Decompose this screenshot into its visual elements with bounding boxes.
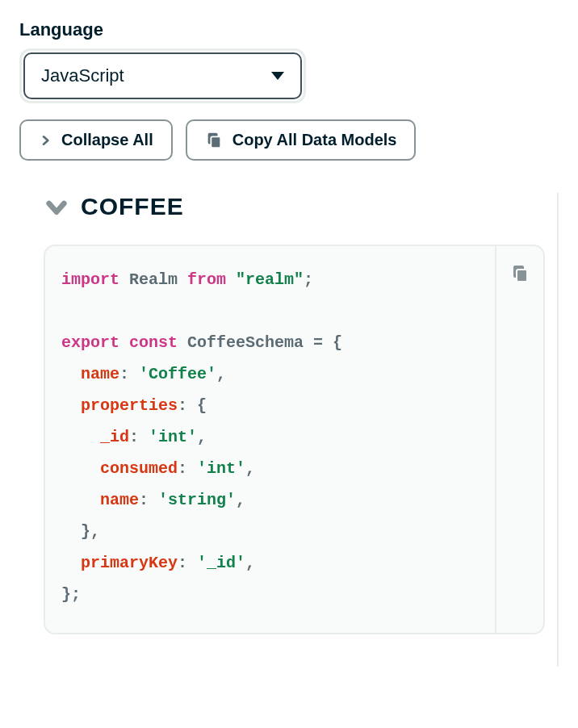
- code-sidebar: [495, 246, 543, 633]
- copy-code-icon[interactable]: [510, 264, 530, 283]
- copy-all-label: Copy All Data Models: [232, 131, 397, 149]
- code-block[interactable]: import Realm from "realm"; export const …: [45, 246, 495, 633]
- collapse-all-label: Collapse All: [61, 131, 153, 149]
- section-title: COFFEE: [81, 193, 184, 220]
- toolbar: Collapse All Copy All Data Models: [19, 119, 559, 161]
- code-panel: import Realm from "realm"; export const …: [44, 245, 545, 634]
- svg-rect-3: [517, 270, 527, 282]
- language-label: Language: [19, 19, 559, 40]
- language-select-value: JavaScript: [41, 65, 124, 86]
- copy-all-button[interactable]: Copy All Data Models: [186, 119, 417, 161]
- copy-icon: [205, 132, 223, 149]
- data-model-section: COFFEE import Realm from "realm"; export…: [44, 193, 559, 667]
- chevron-right-icon: [39, 134, 52, 147]
- collapse-all-button[interactable]: Collapse All: [19, 119, 173, 161]
- caret-down-icon: [271, 72, 284, 80]
- chevron-down-icon: [44, 194, 69, 220]
- language-select[interactable]: JavaScript: [19, 48, 306, 103]
- section-toggle[interactable]: COFFEE: [44, 193, 545, 220]
- svg-rect-1: [211, 136, 220, 148]
